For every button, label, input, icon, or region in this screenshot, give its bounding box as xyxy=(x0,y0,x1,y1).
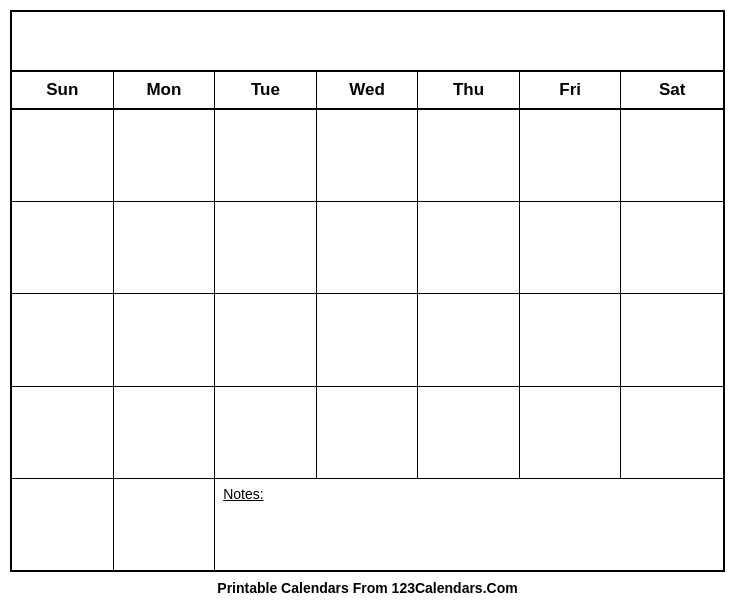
cell-r2-sat[interactable] xyxy=(621,202,723,293)
footer-text: Printable Calendars From 123Calendars.Co… xyxy=(217,580,517,596)
calendar-body: Notes: xyxy=(12,110,723,570)
header-mon: Mon xyxy=(114,72,216,108)
cell-r1-thu[interactable] xyxy=(418,110,520,201)
calendar-row-notes: Notes: xyxy=(12,479,723,570)
cell-r2-sun[interactable] xyxy=(12,202,114,293)
cell-r4-tue[interactable] xyxy=(215,387,317,478)
cell-r4-mon[interactable] xyxy=(114,387,216,478)
calendar-header: Sun Mon Tue Wed Thu Fri Sat xyxy=(12,72,723,110)
cell-r4-sat[interactable] xyxy=(621,387,723,478)
calendar-row xyxy=(12,202,723,294)
cell-r1-fri[interactable] xyxy=(520,110,622,201)
cell-r1-sun[interactable] xyxy=(12,110,114,201)
cell-r5-sun[interactable] xyxy=(12,479,114,570)
header-sun: Sun xyxy=(12,72,114,108)
calendar-row xyxy=(12,294,723,386)
cell-r3-thu[interactable] xyxy=(418,294,520,385)
cell-r1-sat[interactable] xyxy=(621,110,723,201)
cell-r3-sun[interactable] xyxy=(12,294,114,385)
cell-r1-tue[interactable] xyxy=(215,110,317,201)
header-tue: Tue xyxy=(215,72,317,108)
calendar: Sun Mon Tue Wed Thu Fri Sat xyxy=(10,10,725,572)
notes-label: Notes: xyxy=(223,486,263,502)
cell-r5-mon[interactable] xyxy=(114,479,216,570)
cell-r3-mon[interactable] xyxy=(114,294,216,385)
cell-r2-thu[interactable] xyxy=(418,202,520,293)
cell-r2-wed[interactable] xyxy=(317,202,419,293)
footer: Printable Calendars From 123Calendars.Co… xyxy=(10,572,725,604)
cell-r1-wed[interactable] xyxy=(317,110,419,201)
header-wed: Wed xyxy=(317,72,419,108)
cell-r3-tue[interactable] xyxy=(215,294,317,385)
cell-r4-wed[interactable] xyxy=(317,387,419,478)
header-fri: Fri xyxy=(520,72,622,108)
cell-r4-sun[interactable] xyxy=(12,387,114,478)
cell-r2-fri[interactable] xyxy=(520,202,622,293)
header-sat: Sat xyxy=(621,72,723,108)
cell-r2-tue[interactable] xyxy=(215,202,317,293)
cell-r3-fri[interactable] xyxy=(520,294,622,385)
cell-r3-sat[interactable] xyxy=(621,294,723,385)
notes-cell[interactable]: Notes: xyxy=(215,479,723,570)
cell-r2-mon[interactable] xyxy=(114,202,216,293)
cell-r3-wed[interactable] xyxy=(317,294,419,385)
cell-r4-fri[interactable] xyxy=(520,387,622,478)
cell-r1-mon[interactable] xyxy=(114,110,216,201)
calendar-row xyxy=(12,110,723,202)
cell-r4-thu[interactable] xyxy=(418,387,520,478)
calendar-row xyxy=(12,387,723,479)
calendar-title xyxy=(12,12,723,72)
header-thu: Thu xyxy=(418,72,520,108)
